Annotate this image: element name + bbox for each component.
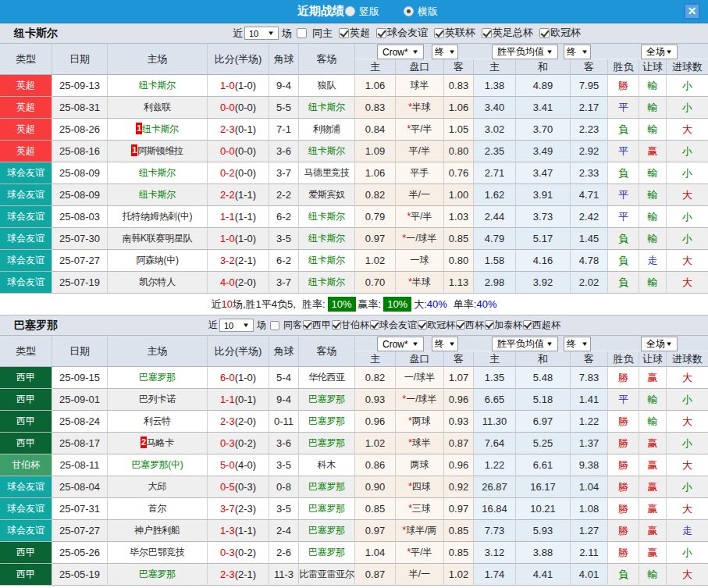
competition-checkbox[interactable]: [485, 320, 494, 330]
score-fulltime: 0-3: [220, 547, 235, 558]
close-button[interactable]: ✕: [684, 3, 700, 20]
same-side-filter[interactable]: 同主: [297, 27, 333, 41]
competition-checkbox[interactable]: [539, 28, 550, 38]
competition-label[interactable]: 英足总杯: [493, 26, 533, 40]
chevron-down-icon: ▼: [411, 340, 419, 347]
competition-filter[interactable]: 球会友谊: [376, 26, 428, 40]
col-header-handicap: 盘口: [396, 59, 444, 75]
competition-checkbox[interactable]: [339, 28, 349, 38]
same-side-checkbox[interactable]: [297, 28, 307, 38]
competition-label[interactable]: 英超: [350, 26, 370, 40]
avg-final-select[interactable]: 终 ▼: [564, 337, 591, 351]
cell-league-type: 英超: [0, 75, 52, 97]
competition-label[interactable]: 英联杯: [445, 26, 475, 40]
cell-goals: 小: [667, 228, 708, 250]
competition-label[interactable]: 球会友谊: [379, 319, 417, 332]
cell-goals: 小: [667, 389, 708, 411]
competition-filter[interactable]: 西超杯: [523, 319, 560, 332]
cell-league-type: 西甲: [0, 367, 52, 389]
competition-label[interactable]: 欧冠杯: [550, 26, 581, 40]
bookmaker-select[interactable]: Crow* ▼: [377, 337, 424, 351]
cell-odds-away: 0.96: [444, 454, 474, 476]
same-side-label[interactable]: 同客: [283, 319, 302, 332]
cell-odds-away: 0.96: [444, 389, 474, 411]
cell-handicap: 半/一: [396, 184, 444, 206]
summary-big-label: 大:: [414, 298, 427, 312]
avg-odds-select[interactable]: 胜平负均值 ▼: [492, 337, 558, 351]
match-count-select[interactable]: 10 ▼: [219, 319, 254, 332]
chevron-down-icon: ▼: [581, 340, 589, 347]
handicap-star: *: [408, 276, 412, 287]
cell-handicap: 一球: [396, 250, 444, 272]
bookmaker-select[interactable]: Crow* ▼: [377, 45, 424, 59]
odds-final-select[interactable]: 终 ▼: [432, 45, 458, 59]
competition-checkbox[interactable]: [376, 28, 386, 38]
match-row: 球会友谊 25-07-31 首尔 3-7(2-3) 3-5 巴塞罗那 0.85 …: [0, 498, 708, 520]
competition-checkbox[interactable]: [456, 320, 465, 330]
cell-home-team: 纽卡斯尔: [108, 75, 208, 97]
competition-filter[interactable]: 英联杯: [434, 26, 475, 40]
chevron-down-icon: ▼: [546, 48, 553, 55]
competition-filter[interactable]: 欧冠杯: [418, 319, 455, 332]
popup-title: 近期战绩: [297, 4, 344, 19]
odds-final-select[interactable]: 终 ▼: [432, 337, 458, 351]
near-label: 近: [233, 27, 243, 41]
competition-filter[interactable]: 欧冠杯: [539, 26, 581, 40]
match-count-value: 10: [224, 321, 233, 330]
competition-filter[interactable]: 球会友谊: [370, 319, 417, 332]
scope-select[interactable]: 全场 ▼: [641, 337, 678, 351]
cell-away-team: 纽卡斯尔: [299, 250, 355, 272]
competition-label[interactable]: 欧冠杯: [427, 319, 455, 332]
competition-filters: 英超球会友谊英联杯英足总杯欧冠杯: [333, 26, 581, 41]
cell-avg-home: 4.79: [474, 228, 516, 250]
avg-odds-select[interactable]: 胜平负均值 ▼: [492, 45, 558, 59]
horizontal-layout-label[interactable]: 横版: [418, 5, 438, 19]
col-header-corner: 角球: [269, 44, 299, 75]
competition-label[interactable]: 加泰杯: [494, 319, 522, 332]
competition-filter[interactable]: 西甲: [303, 319, 331, 332]
competition-checkbox[interactable]: [332, 320, 341, 330]
col-header-avg-draw: 和: [516, 351, 571, 367]
cell-odds-home: 0.97: [355, 228, 396, 250]
scope-select[interactable]: 全场 ▼: [641, 45, 678, 59]
odds-final-select-value: 终: [435, 337, 444, 351]
avg-final-select[interactable]: 终 ▼: [564, 45, 591, 59]
match-count-select[interactable]: 10 ▼: [244, 27, 279, 40]
cell-date: 25-07-30: [52, 228, 108, 250]
cell-avg-away: 1.41: [571, 389, 608, 411]
competition-label[interactable]: 西甲: [312, 319, 331, 332]
cell-league-type: 甘伯杯: [0, 454, 52, 476]
competition-filter[interactable]: 西杯: [456, 319, 484, 332]
cell-handicap: *平/半: [396, 542, 444, 564]
competition-checkbox[interactable]: [303, 320, 312, 330]
competition-filter[interactable]: 英足总杯: [482, 26, 533, 40]
same-side-filter[interactable]: 同客: [270, 319, 302, 332]
same-side-label[interactable]: 同主: [312, 27, 333, 41]
score-fulltime: 1-0: [220, 80, 235, 91]
competition-label[interactable]: 西杯: [465, 319, 484, 332]
cell-odds-away: 1.06: [444, 97, 474, 119]
competition-checkbox[interactable]: [418, 320, 427, 330]
competition-label[interactable]: 球会友谊: [387, 26, 428, 40]
competition-filter[interactable]: 加泰杯: [485, 319, 522, 332]
same-side-checkbox[interactable]: [270, 321, 279, 330]
vertical-layout-radio[interactable]: [345, 6, 355, 16]
competition-filter[interactable]: 英超: [339, 26, 370, 40]
cell-let-ball: 赢: [639, 476, 667, 498]
competition-checkbox[interactable]: [523, 320, 532, 330]
cell-avg-away: 2.11: [571, 542, 608, 564]
competition-checkbox[interactable]: [482, 28, 492, 38]
cell-goals: 大: [667, 184, 708, 206]
cell-home-team: 南韩K联赛明星队: [108, 228, 208, 250]
competition-label[interactable]: 甘伯杯: [341, 319, 369, 332]
competition-filter[interactable]: 甘伯杯: [332, 319, 369, 332]
vertical-layout-label[interactable]: 竖版: [359, 5, 379, 19]
cell-avg-away: 9.38: [571, 454, 608, 476]
competition-checkbox[interactable]: [370, 320, 379, 330]
cell-odds-away: 0.85: [444, 542, 474, 564]
competition-checkbox[interactable]: [434, 28, 444, 38]
home-team-name: 首尔: [148, 503, 166, 514]
cell-avg-draw: 6.97: [516, 411, 571, 433]
competition-label[interactable]: 西超杯: [532, 319, 560, 332]
horizontal-layout-radio[interactable]: [404, 6, 414, 16]
